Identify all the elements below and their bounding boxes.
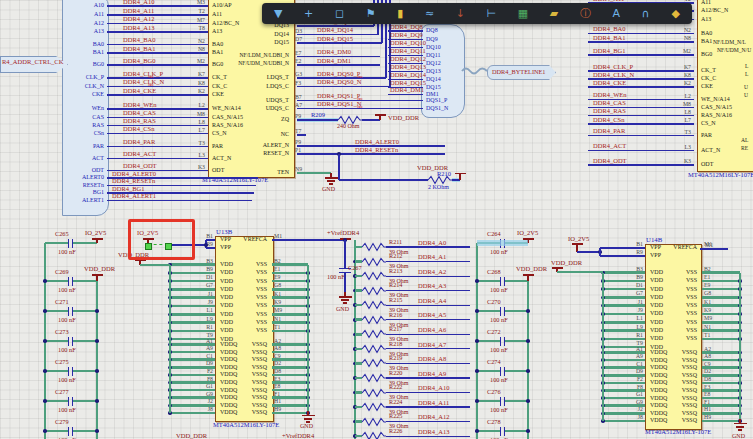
resistor-ref[interactable]: R220 — [389, 370, 402, 377]
harness-entry[interactable]: BA0 — [64, 41, 104, 47]
wire[interactable] — [344, 240, 345, 268]
gnd-symbol[interactable] — [325, 177, 338, 179]
wire[interactable] — [504, 307, 506, 316]
net-label[interactable]: DDR4_PAR — [593, 128, 625, 135]
wire[interactable] — [355, 420, 362, 423]
resistor-symbol[interactable] — [362, 242, 386, 252]
wire[interactable] — [739, 273, 742, 423]
pin-name[interactable]: A13 — [701, 16, 711, 22]
resistor-value[interactable]: 240 Ohm — [337, 123, 360, 129]
net-label[interactable]: DDR4_A4 — [418, 298, 446, 305]
wire[interactable] — [297, 134, 306, 135]
net-label[interactable]: DDR4_A11 — [418, 400, 449, 407]
wire[interactable] — [72, 427, 74, 436]
resistor-symbol[interactable] — [362, 373, 386, 383]
wire[interactable] — [386, 305, 470, 306]
wire[interactable] — [169, 265, 172, 413]
wire[interactable] — [107, 158, 208, 159]
resistor-ref[interactable]: R209 — [311, 112, 325, 119]
resistor-ref[interactable]: R225 — [389, 413, 402, 420]
wire[interactable] — [45, 280, 68, 283]
wire[interactable] — [355, 406, 362, 409]
net-label[interactable]: DDR4_A0 — [418, 240, 446, 247]
pin-name[interactable]: A12/BC_N — [701, 7, 728, 13]
wire[interactable] — [500, 337, 502, 346]
pin-name[interactable]: CAS_N/A15 — [701, 104, 732, 110]
gnd-label[interactable]: GND — [300, 423, 313, 429]
net-label[interactable]: DDR4_ACT — [593, 143, 626, 150]
power-port-icon[interactable]: ↓ — [456, 8, 465, 19]
pin-name[interactable]: NF/UDM_N/U — [717, 48, 751, 54]
wire[interactable] — [72, 310, 97, 313]
net-label[interactable]: DDR4_CLK_N — [123, 79, 164, 86]
wire[interactable] — [527, 281, 530, 439]
power-net-label[interactable]: VDD_DDR — [516, 266, 547, 273]
resistor-symbol[interactable] — [362, 388, 386, 398]
resistor-symbol[interactable] — [362, 402, 386, 412]
wire[interactable] — [355, 275, 362, 278]
wire[interactable] — [504, 400, 528, 403]
polygon-icon[interactable]: ◆ — [671, 8, 679, 19]
net-label[interactable]: DDR4_A9 — [418, 371, 446, 378]
harness-entry[interactable]: DQ10 — [426, 44, 441, 50]
resistor-symbol[interactable] — [362, 286, 386, 296]
wire[interactable] — [504, 277, 506, 286]
harness-entry[interactable]: PAR — [64, 143, 104, 149]
pin-name[interactable]: RAS_N/A16 — [212, 122, 243, 128]
info-icon[interactable]: ⓘ — [580, 8, 591, 19]
net-label[interactable]: DDR4_BG0 — [123, 58, 156, 65]
capacitor-ref[interactable]: C269 — [55, 269, 69, 276]
net-label[interactable]: DDR4_CLK_N — [593, 72, 634, 79]
pin-name[interactable]: ACT_N — [701, 147, 720, 153]
harness-entry[interactable]: WEn — [64, 105, 104, 111]
wire[interactable] — [504, 337, 506, 346]
harness-entry[interactable]: A13 — [64, 28, 104, 34]
resistor-ref[interactable]: R226 — [389, 428, 402, 435]
net-label[interactable]: DDR4_A1 — [418, 254, 446, 261]
wire[interactable] — [355, 435, 362, 438]
capacitor-value[interactable]: 100 nF — [58, 407, 76, 414]
gnd-symbol[interactable] — [339, 296, 352, 298]
wire[interactable] — [386, 246, 470, 247]
schematic-canvas[interactable]: R4_ADDR_CTRL_CK DDR4_BYTELINE1 DDR4_BYTE… — [0, 0, 753, 439]
net-label[interactable]: DDR4_DM1 — [390, 87, 424, 94]
capacitor-ref[interactable]: C274 — [487, 359, 501, 366]
wire[interactable] — [500, 307, 502, 316]
wire[interactable] — [500, 277, 502, 286]
harness-entry[interactable]: ODT — [64, 167, 104, 173]
wire[interactable] — [500, 427, 502, 436]
filter-icon[interactable]: ▼ — [274, 8, 282, 19]
wire[interactable] — [362, 119, 380, 120]
net-label[interactable]: DDR4_A8 — [418, 356, 446, 363]
wire[interactable] — [107, 52, 208, 53]
wire[interactable] — [297, 42, 382, 43]
pin-name[interactable]: PAR — [701, 132, 712, 138]
resistor-ref[interactable]: R224 — [389, 399, 402, 406]
wire[interactable] — [386, 261, 470, 262]
capacitor-ref[interactable]: C278 — [487, 419, 501, 426]
capacitor-value[interactable]: 100 nF — [490, 347, 508, 354]
wire[interactable] — [272, 239, 345, 240]
wire[interactable] — [355, 318, 362, 321]
harness-entry[interactable]: DQ15 — [426, 84, 441, 90]
wire[interactable] — [355, 246, 362, 249]
u13b-designator[interactable]: U13B — [216, 228, 232, 235]
wire[interactable] — [386, 348, 470, 349]
resistor-ref[interactable]: R219 — [389, 355, 402, 362]
net-label[interactable]: DDR4_BG1 — [593, 48, 626, 55]
harness-label[interactable]: R4_ADDR_CTRL_CK — [2, 59, 63, 66]
wire[interactable] — [297, 86, 390, 87]
resistor-ref[interactable]: R212 — [389, 253, 402, 260]
wire[interactable] — [386, 377, 470, 378]
wire[interactable] — [307, 265, 310, 415]
wire[interactable] — [355, 348, 362, 351]
capacitor-value[interactable]: 100 nF — [490, 377, 508, 384]
wire[interactable] — [700, 248, 728, 249]
wire[interactable] — [206, 239, 215, 240]
net-label[interactable]: DDR4_CAS — [593, 100, 626, 107]
harness-entry[interactable]: CAS — [64, 114, 104, 120]
selection-box-icon[interactable]: ◻ — [335, 8, 344, 19]
net-label[interactable]: DDR4_CKE — [593, 80, 626, 87]
wire[interactable] — [504, 367, 506, 376]
power-net-label[interactable]: IO_2V5 — [568, 236, 589, 243]
